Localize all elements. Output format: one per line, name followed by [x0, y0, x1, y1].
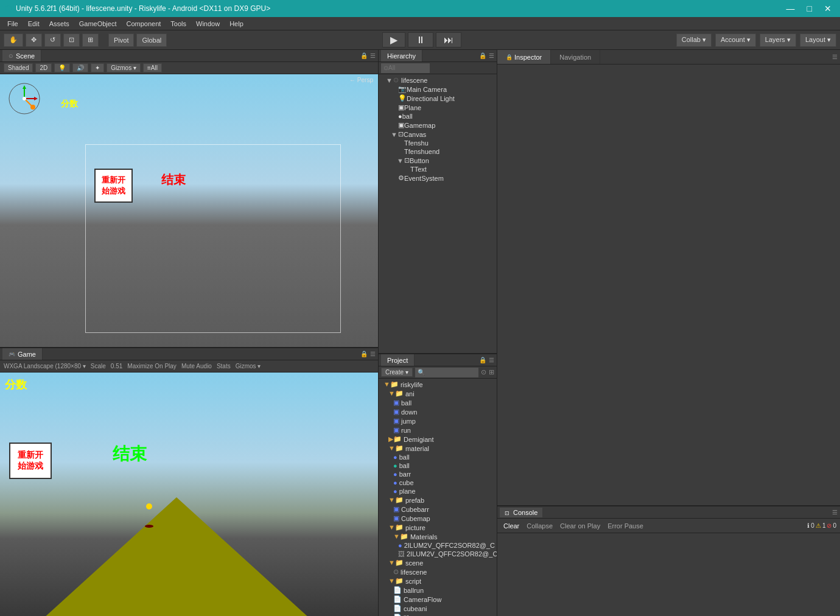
scene-audio-button[interactable]: 🔊 [72, 63, 88, 72]
p-materials[interactable]: ▼📁 Materials [379, 532, 497, 541]
h-gamemap-label: Gamemap [404, 122, 435, 129]
p-tex1[interactable]: ● 2ILUM2V_QFFC2SOR82@_C [379, 541, 497, 550]
tool-scale[interactable]: ⊡ [63, 33, 80, 47]
game-resolution-dropdown[interactable]: WXGA Landscape (1280×80 ▾ [4, 363, 86, 369]
shaded-button[interactable]: Shaded [4, 63, 33, 72]
game-more-icon[interactable]: ☰ [370, 351, 376, 357]
h-maincamera[interactable]: 📷 Main Camera [379, 85, 497, 94]
menu-help[interactable]: Help [225, 19, 248, 29]
clear-on-play-button[interactable]: Clear on Play [558, 521, 603, 531]
pivot-dropdown[interactable]: Pivot [108, 33, 134, 47]
pause-button[interactable]: ⏸ [408, 32, 433, 47]
p-cubeani[interactable]: 📄 cubeani [379, 604, 497, 613]
tool-move[interactable]: ✥ [26, 33, 42, 47]
stats-button[interactable]: Stats [217, 363, 231, 369]
scene-search-button[interactable]: ≡All [143, 63, 162, 72]
p-ani-down[interactable]: ▣ down [379, 407, 497, 416]
layers-button[interactable]: Layers ▾ [760, 33, 796, 47]
p-material[interactable]: ▼📁 material [379, 444, 497, 453]
p-lifemape[interactable]: 📄 lifemape [379, 613, 497, 616]
project-icon2[interactable]: ⊞ [489, 368, 494, 376]
scene-tab[interactable]: ⊙ Scene [2, 50, 41, 61]
p-cameraflow[interactable]: 📄 CameraFlow [379, 595, 497, 604]
h-button[interactable]: ▼ ⊡ Button [379, 156, 497, 165]
menu-file[interactable]: File [2, 19, 23, 29]
h-gamemap[interactable]: ▣ Gamemap [379, 121, 497, 130]
game-tab[interactable]: 🎮 Game [2, 348, 43, 360]
minimize-button[interactable]: — [783, 4, 799, 13]
error-pause-button[interactable]: Error Pause [605, 521, 646, 531]
p-cubebarr[interactable]: ▣ Cubebarr [379, 505, 497, 514]
p-scene-folder[interactable]: ▼📁 scene [379, 558, 497, 567]
step-button[interactable]: ⏭ [436, 32, 461, 47]
inspector-tab[interactable]: 🔒 Inspector [497, 50, 551, 64]
menu-window[interactable]: Window [191, 19, 225, 29]
p-prefab[interactable]: ▼📁 prefab [379, 495, 497, 505]
scene-effects-button[interactable]: ✦ [91, 63, 104, 72]
tool-rect[interactable]: ⊞ [82, 33, 99, 47]
p-ani-run[interactable]: ▣ run [379, 425, 497, 435]
p-mat-ball2[interactable]: ● ball [379, 461, 497, 470]
p-mat-cube[interactable]: ● cube [379, 478, 497, 487]
clear-button[interactable]: Clear [501, 521, 522, 531]
p-riskylife[interactable]: ▼📁 riskylife [379, 380, 497, 389]
menu-gameobject[interactable]: GameObject [74, 19, 122, 29]
h-eventsystem[interactable]: ⚙ EventSystem [379, 173, 497, 183]
play-button[interactable]: ▶ [382, 32, 405, 47]
mute-audio[interactable]: Mute Audio [181, 363, 212, 369]
hierarchy-search-input[interactable] [381, 63, 430, 73]
h-ball[interactable]: ● ball [379, 112, 497, 121]
p-ani-jump[interactable]: ▣ jump [379, 416, 497, 425]
p-demigiant[interactable]: ▶📁 Demigiant [379, 435, 497, 444]
menu-component[interactable]: Component [121, 19, 166, 29]
p-ani-ball[interactable]: ▣ ball [379, 398, 497, 407]
game-gizmos-button[interactable]: Gizmos ▾ [236, 363, 261, 369]
h-directionallight[interactable]: 💡 Directional Light [379, 94, 497, 103]
hierarchy-content: ▼ ⊙ lifescene 📷 Main Camera 💡 Directiona… [379, 74, 497, 184]
hierarchy-tab[interactable]: Hierarchy [381, 50, 422, 61]
scene-more-icon[interactable]: ☰ [370, 52, 376, 59]
scene-lights-button[interactable]: 💡 [54, 63, 70, 72]
2d-button[interactable]: 2D [35, 63, 52, 72]
h-fenshuend[interactable]: T fenshuend [379, 147, 497, 156]
layout-button[interactable]: Layout ▾ [800, 33, 836, 47]
maximize-button[interactable]: □ [803, 4, 816, 13]
account-button[interactable]: Account ▾ [715, 33, 756, 47]
p-ani[interactable]: ▼📁 ani [379, 389, 497, 398]
close-button[interactable]: ✕ [821, 4, 835, 13]
create-button[interactable]: Create ▾ [381, 368, 413, 377]
menu-tools[interactable]: Tools [166, 19, 191, 29]
hierarchy-more-icon[interactable]: ☰ [489, 52, 494, 59]
p-mat-barr[interactable]: ● barr [379, 470, 497, 478]
p-tex2[interactable]: 🖼 2ILUM2V_QFFC2SOR82@_C@ [379, 550, 497, 558]
h-text[interactable]: T Text [379, 165, 497, 173]
h-lifescene[interactable]: ▼ ⊙ lifescene [379, 75, 497, 85]
h-canvas[interactable]: ▼ ⊡ Canvas [379, 130, 497, 139]
console-tab[interactable]: ⊡ Console [500, 508, 542, 517]
gizmos-button[interactable]: Gizmos ▾ [107, 63, 141, 72]
project-search-input[interactable] [415, 368, 478, 377]
global-dropdown[interactable]: Global [136, 33, 167, 47]
p-script-folder[interactable]: ▼📁 script [379, 576, 497, 586]
p-ballrun[interactable]: 📄 ballrun [379, 586, 497, 595]
console-more-icon[interactable]: ☰ [832, 509, 838, 516]
menu-edit[interactable]: Edit [23, 19, 44, 29]
project-more-icon[interactable]: ☰ [489, 357, 494, 363]
tool-rotate[interactable]: ↺ [44, 33, 61, 47]
h-plane[interactable]: ▣ Plane [379, 103, 497, 112]
p-picture[interactable]: ▼📁 picture [379, 523, 497, 532]
p-cubemap[interactable]: ▣ Cubemap [379, 514, 497, 523]
project-icon1[interactable]: ⊙ [481, 368, 486, 376]
collapse-button[interactable]: Collapse [524, 521, 555, 531]
collab-button[interactable]: Collab ▾ [676, 33, 712, 47]
menu-assets[interactable]: Assets [44, 19, 74, 29]
p-lifescene[interactable]: ⊙ lifescene [379, 567, 497, 576]
navigation-tab[interactable]: Navigation [551, 50, 600, 64]
p-mat-plane[interactable]: ● plane [379, 487, 497, 495]
maximize-on-play[interactable]: Maximize On Play [127, 363, 177, 369]
h-fenshu[interactable]: T fenshu [379, 139, 497, 147]
p-mat-ball1[interactable]: ● ball [379, 453, 497, 461]
tool-hand[interactable]: ✋ [4, 33, 23, 47]
inspector-more-icon[interactable]: ☰ [832, 54, 838, 60]
project-tab[interactable]: Project [381, 354, 415, 366]
